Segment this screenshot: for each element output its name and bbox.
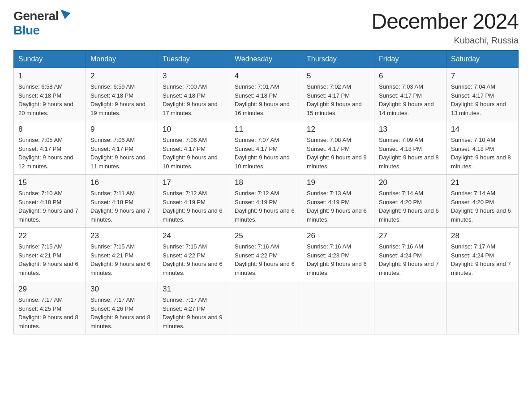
calendar-cell: 8Sunrise: 7:05 AMSunset: 4:17 PMDaylight…: [14, 121, 86, 175]
weekday-header-tuesday: Tuesday: [158, 51, 230, 68]
day-info: Sunrise: 7:14 AMSunset: 4:20 PMDaylight:…: [451, 189, 514, 224]
day-info: Sunrise: 7:06 AMSunset: 4:17 PMDaylight:…: [163, 136, 225, 171]
day-info: Sunrise: 7:14 AMSunset: 4:20 PMDaylight:…: [379, 189, 442, 224]
weekday-header-friday: Friday: [374, 51, 446, 68]
day-number: 20: [379, 178, 442, 187]
day-number: 19: [307, 178, 369, 187]
calendar-week-row: 15Sunrise: 7:10 AMSunset: 4:18 PMDayligh…: [14, 175, 519, 228]
calendar-cell: 21Sunrise: 7:14 AMSunset: 4:20 PMDayligh…: [446, 175, 519, 228]
weekday-header-wednesday: Wednesday: [230, 51, 302, 68]
month-title: December 2024: [371, 9, 519, 34]
day-info: Sunrise: 7:15 AMSunset: 4:21 PMDaylight:…: [90, 242, 153, 277]
svg-marker-0: [60, 9, 70, 19]
day-number: 12: [307, 125, 369, 134]
day-number: 5: [307, 72, 369, 81]
day-info: Sunrise: 7:10 AMSunset: 4:18 PMDaylight:…: [18, 189, 81, 224]
calendar-cell: 17Sunrise: 7:12 AMSunset: 4:19 PMDayligh…: [158, 175, 230, 228]
calendar-cell: 28Sunrise: 7:17 AMSunset: 4:24 PMDayligh…: [446, 228, 519, 281]
day-number: 27: [379, 231, 442, 240]
day-number: 18: [235, 178, 297, 187]
day-number: 11: [235, 125, 297, 134]
day-info: Sunrise: 7:03 AMSunset: 4:17 PMDaylight:…: [379, 82, 442, 117]
weekday-header-sunday: Sunday: [14, 51, 86, 68]
weekday-header-saturday: Saturday: [446, 51, 519, 68]
day-info: Sunrise: 7:17 AMSunset: 4:27 PMDaylight:…: [163, 295, 225, 330]
calendar-cell: 25Sunrise: 7:16 AMSunset: 4:22 PMDayligh…: [230, 228, 302, 281]
day-info: Sunrise: 7:05 AMSunset: 4:17 PMDaylight:…: [18, 136, 81, 171]
calendar-cell: 4Sunrise: 7:01 AMSunset: 4:18 PMDaylight…: [230, 68, 302, 121]
logo-blue-text: Blue: [13, 23, 40, 38]
day-info: Sunrise: 7:01 AMSunset: 4:18 PMDaylight:…: [235, 82, 297, 117]
calendar-cell: 18Sunrise: 7:12 AMSunset: 4:19 PMDayligh…: [230, 175, 302, 228]
day-number: 14: [451, 125, 514, 134]
title-block: December 2024 Kubachi, Russia: [371, 9, 519, 46]
day-info: Sunrise: 7:11 AMSunset: 4:18 PMDaylight:…: [90, 189, 153, 224]
day-info: Sunrise: 7:15 AMSunset: 4:22 PMDaylight:…: [163, 242, 225, 277]
calendar-cell: 29Sunrise: 7:17 AMSunset: 4:25 PMDayligh…: [14, 281, 86, 334]
weekday-header-thursday: Thursday: [302, 51, 374, 68]
day-info: Sunrise: 7:04 AMSunset: 4:17 PMDaylight:…: [451, 82, 514, 117]
calendar-cell: 7Sunrise: 7:04 AMSunset: 4:17 PMDaylight…: [446, 68, 519, 121]
day-number: 6: [379, 72, 442, 81]
calendar-cell: 20Sunrise: 7:14 AMSunset: 4:20 PMDayligh…: [374, 175, 446, 228]
logo-arrow-icon: [60, 9, 70, 19]
calendar-cell: 13Sunrise: 7:09 AMSunset: 4:18 PMDayligh…: [374, 121, 446, 175]
day-info: Sunrise: 7:08 AMSunset: 4:17 PMDaylight:…: [307, 136, 369, 171]
day-number: 22: [18, 231, 81, 240]
calendar-cell: 9Sunrise: 7:06 AMSunset: 4:17 PMDaylight…: [86, 121, 158, 175]
day-number: 15: [18, 178, 81, 187]
calendar-cell: 22Sunrise: 7:15 AMSunset: 4:21 PMDayligh…: [14, 228, 86, 281]
weekday-header-monday: Monday: [86, 51, 158, 68]
calendar-cell: 31Sunrise: 7:17 AMSunset: 4:27 PMDayligh…: [158, 281, 230, 334]
calendar-week-row: 1Sunrise: 6:58 AMSunset: 4:18 PMDaylight…: [14, 68, 519, 121]
day-info: Sunrise: 7:16 AMSunset: 4:22 PMDaylight:…: [235, 242, 297, 277]
calendar-cell: 12Sunrise: 7:08 AMSunset: 4:17 PMDayligh…: [302, 121, 374, 175]
day-info: Sunrise: 7:15 AMSunset: 4:21 PMDaylight:…: [18, 242, 81, 277]
day-info: Sunrise: 7:02 AMSunset: 4:17 PMDaylight:…: [307, 82, 369, 117]
calendar-cell: 27Sunrise: 7:16 AMSunset: 4:24 PMDayligh…: [374, 228, 446, 281]
day-number: 7: [451, 72, 514, 81]
day-info: Sunrise: 7:07 AMSunset: 4:17 PMDaylight:…: [235, 136, 297, 171]
logo: General Blue: [13, 9, 70, 38]
calendar-header-row: SundayMondayTuesdayWednesdayThursdayFrid…: [14, 51, 519, 68]
calendar-cell: [374, 281, 446, 334]
day-info: Sunrise: 6:59 AMSunset: 4:18 PMDaylight:…: [90, 82, 153, 117]
day-info: Sunrise: 7:13 AMSunset: 4:19 PMDaylight:…: [307, 189, 369, 224]
day-number: 28: [451, 231, 514, 240]
day-number: 10: [163, 125, 225, 134]
calendar-cell: [302, 281, 374, 334]
day-number: 25: [235, 231, 297, 240]
calendar-cell: 6Sunrise: 7:03 AMSunset: 4:17 PMDaylight…: [374, 68, 446, 121]
calendar-cell: 1Sunrise: 6:58 AMSunset: 4:18 PMDaylight…: [14, 68, 86, 121]
logo-general-text: General: [13, 9, 59, 23]
day-info: Sunrise: 7:00 AMSunset: 4:18 PMDaylight:…: [163, 82, 225, 117]
day-number: 17: [163, 178, 225, 187]
calendar-cell: 3Sunrise: 7:00 AMSunset: 4:18 PMDaylight…: [158, 68, 230, 121]
day-number: 23: [90, 231, 153, 240]
day-number: 16: [90, 178, 153, 187]
day-info: Sunrise: 7:06 AMSunset: 4:17 PMDaylight:…: [90, 136, 153, 171]
calendar-cell: 14Sunrise: 7:10 AMSunset: 4:18 PMDayligh…: [446, 121, 519, 175]
day-number: 26: [307, 231, 369, 240]
calendar-cell: 5Sunrise: 7:02 AMSunset: 4:17 PMDaylight…: [302, 68, 374, 121]
calendar-table: SundayMondayTuesdayWednesdayThursdayFrid…: [13, 50, 519, 334]
day-number: 8: [18, 125, 81, 134]
calendar-cell: 26Sunrise: 7:16 AMSunset: 4:23 PMDayligh…: [302, 228, 374, 281]
calendar-cell: 10Sunrise: 7:06 AMSunset: 4:17 PMDayligh…: [158, 121, 230, 175]
calendar-cell: 16Sunrise: 7:11 AMSunset: 4:18 PMDayligh…: [86, 175, 158, 228]
day-info: Sunrise: 7:09 AMSunset: 4:18 PMDaylight:…: [379, 136, 442, 171]
day-number: 30: [90, 285, 153, 294]
day-number: 24: [163, 231, 225, 240]
day-number: 29: [18, 285, 81, 294]
day-number: 3: [163, 72, 225, 81]
calendar-week-row: 22Sunrise: 7:15 AMSunset: 4:21 PMDayligh…: [14, 228, 519, 281]
calendar-cell: 2Sunrise: 6:59 AMSunset: 4:18 PMDaylight…: [86, 68, 158, 121]
day-number: 21: [451, 178, 514, 187]
day-number: 9: [90, 125, 153, 134]
day-info: Sunrise: 7:16 AMSunset: 4:24 PMDaylight:…: [379, 242, 442, 277]
day-number: 2: [90, 72, 153, 81]
calendar-cell: 19Sunrise: 7:13 AMSunset: 4:19 PMDayligh…: [302, 175, 374, 228]
calendar-cell: [230, 281, 302, 334]
calendar-cell: [446, 281, 519, 334]
day-info: Sunrise: 7:10 AMSunset: 4:18 PMDaylight:…: [451, 136, 514, 171]
